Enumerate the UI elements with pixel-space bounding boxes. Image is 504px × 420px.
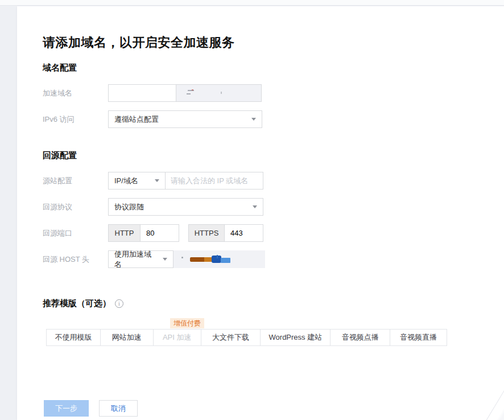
https-port-input[interactable] xyxy=(225,225,262,241)
template-tab-bar: 不使用模版 网站加速 API 加速 大文件下载 WordPress 建站 音视频… xyxy=(46,329,447,346)
origin-type-select[interactable]: IP/域名 xyxy=(108,172,166,190)
http-port-prefix: HTTP xyxy=(109,225,141,241)
tab-live[interactable]: 音视频直播 xyxy=(390,330,447,345)
origin-site-group: IP/域名 xyxy=(108,172,263,190)
section-title-origin-config: 回源配置 xyxy=(43,151,504,160)
form-row-origin-protocol: 回源协议 协议跟随 xyxy=(43,198,504,216)
origin-host-redacted-value xyxy=(173,250,265,268)
cancel-button[interactable]: 取消 xyxy=(99,400,138,417)
section-title-templates: 推荐模版（可选） i xyxy=(43,298,504,309)
http-port-input[interactable] xyxy=(141,225,178,241)
tab-website-accel[interactable]: 网站加速 xyxy=(101,330,154,345)
chevron-down-icon xyxy=(155,179,159,182)
origin-protocol-select[interactable]: 协议跟随 xyxy=(108,198,263,216)
accel-domain-input[interactable] xyxy=(109,85,176,101)
tab-vod[interactable]: 音视频点播 xyxy=(331,330,390,345)
tab-wordpress[interactable]: WordPress 建站 xyxy=(261,330,331,345)
origin-host-selected-value: 使用加速域名 xyxy=(114,249,158,270)
redaction-mark xyxy=(181,257,183,258)
info-icon[interactable]: i xyxy=(115,299,123,308)
origin-protocol-label: 回源协议 xyxy=(43,202,108,212)
ipv6-selected-value: 遵循站点配置 xyxy=(114,114,159,125)
accel-domain-label: 加速域名 xyxy=(43,88,108,98)
origin-site-label: 源站配置 xyxy=(43,176,108,186)
origin-port-label: 回源端口 xyxy=(43,228,108,238)
https-port-prefix: HTTPS xyxy=(189,225,225,241)
form-row-origin-host: 回源 HOST 头 使用加速域名 xyxy=(43,250,504,268)
redaction-mark xyxy=(217,255,218,258)
form-row-accel-domain: 加速域名 xyxy=(43,84,504,102)
origin-host-label: 回源 HOST 头 xyxy=(43,254,108,265)
redaction-mark xyxy=(221,92,222,94)
accel-domain-suffix-redacted xyxy=(176,85,261,101)
next-step-button[interactable]: 下一步 xyxy=(44,400,89,417)
redaction-mark xyxy=(192,89,193,90)
templates-block: 增值付费 不使用模版 网站加速 API 加速 大文件下载 WordPress 建… xyxy=(46,329,504,346)
section-title-domain-config: 域名配置 xyxy=(43,63,504,72)
action-buttons: 下一步 取消 xyxy=(44,400,504,417)
origin-type-selected-value: IP/域名 xyxy=(114,176,138,186)
tab-no-template[interactable]: 不使用模版 xyxy=(47,330,101,345)
redaction-mark xyxy=(221,258,230,263)
top-bar xyxy=(0,0,504,6)
templates-title-text: 推荐模版（可选） xyxy=(43,298,111,309)
tab-api-accel[interactable]: API 加速 xyxy=(154,330,201,345)
chevron-down-icon xyxy=(251,118,256,121)
origin-protocol-selected-value: 协议跟随 xyxy=(114,202,144,212)
page-title: 请添加域名，以开启安全加速服务 xyxy=(43,34,504,51)
https-port-group: HTTPS xyxy=(188,224,263,242)
origin-address-input[interactable] xyxy=(166,172,263,190)
chevron-down-icon xyxy=(253,205,257,208)
chevron-down-icon xyxy=(163,258,167,261)
add-domain-card: 请添加域名，以开启安全加速服务 域名配置 加速域名 IPv6 访问 遵循站点配置… xyxy=(17,6,504,420)
accel-domain-group xyxy=(108,84,262,102)
diagonal-decoration xyxy=(407,272,504,420)
ipv6-select[interactable]: 遵循站点配置 xyxy=(108,110,262,128)
form-row-origin-port: 回源端口 HTTP HTTPS xyxy=(43,224,504,242)
ipv6-label: IPv6 访问 xyxy=(43,114,108,125)
form-row-ipv6: IPv6 访问 遵循站点配置 xyxy=(43,110,504,128)
origin-host-select[interactable]: 使用加速域名 xyxy=(108,250,173,268)
form-row-origin-site: 源站配置 IP/域名 xyxy=(43,172,504,190)
tab-large-file[interactable]: 大文件下载 xyxy=(201,330,261,345)
redaction-mark xyxy=(187,93,191,94)
paid-badge: 增值付费 xyxy=(170,318,204,328)
http-port-group: HTTP xyxy=(108,224,179,242)
redaction-mark xyxy=(190,257,204,262)
